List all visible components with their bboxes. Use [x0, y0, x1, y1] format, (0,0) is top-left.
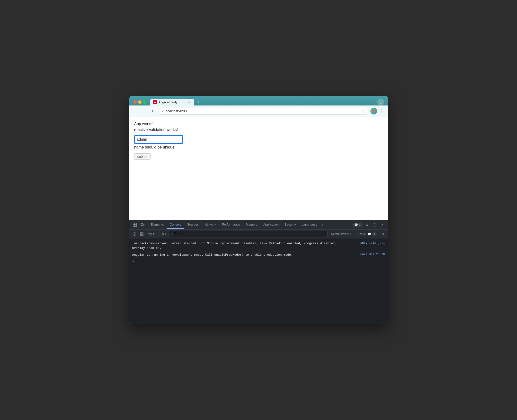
browser-menu-button[interactable]: ⋮: [379, 107, 385, 115]
devtools-settings-button[interactable]: ⚙: [364, 221, 370, 228]
console-eye-button[interactable]: [161, 231, 167, 237]
devtools-tab-network[interactable]: Network: [202, 221, 219, 229]
tab-close-button[interactable]: ×: [187, 100, 191, 104]
element-selector-icon[interactable]: [131, 221, 138, 228]
back-button[interactable]: ←: [132, 108, 139, 114]
console-log-item: [webpack-dev-server] Server started: Hot…: [129, 240, 388, 252]
devtools-right-controls: 💬 1 ⚙ ⋮ ×: [352, 221, 386, 228]
devtools-tab-sources[interactable]: Sources: [184, 221, 202, 229]
nav-right-controls: 🦊 ⋮: [370, 107, 385, 115]
console-log-source-1[interactable]: polyfills.js:1: [360, 241, 385, 245]
devtools-tab-bar: Elements Console Sources Network Perform…: [129, 220, 388, 230]
svg-rect-9: [142, 233, 143, 234]
svg-rect-3: [135, 225, 136, 227]
address-info-icon: ℹ: [162, 109, 163, 113]
console-caret: >: [132, 260, 134, 263]
name-input[interactable]: [134, 135, 183, 144]
console-toolbar-divider: [159, 232, 159, 236]
devtools-panel: Elements Console Sources Network Perform…: [129, 220, 388, 324]
svg-rect-1: [135, 223, 136, 225]
device-emulation-icon[interactable]: [139, 221, 146, 228]
console-context-dropdown[interactable]: top ▾: [146, 231, 157, 236]
devtools-close-button[interactable]: ×: [379, 221, 386, 228]
svg-rect-0: [133, 223, 134, 225]
issues-count-badge: 1: [372, 232, 376, 236]
reactive-validation-text: reactive-validation works!: [134, 128, 383, 132]
new-tab-button[interactable]: +: [195, 99, 202, 105]
submit-button[interactable]: submit: [134, 153, 151, 160]
navigation-bar: ← → ↻ ℹ localhost:4200 ☆ 🦊 ⋮: [129, 105, 388, 117]
devtools-more-options-button[interactable]: ⋮: [371, 221, 378, 228]
traffic-light-yellow[interactable]: [138, 100, 142, 104]
default-levels-label: Default levels: [331, 232, 348, 236]
page-content: App works! reactive-validation works! na…: [129, 117, 388, 220]
svg-rect-5: [143, 224, 144, 225]
console-context-dropdown-icon: ▾: [153, 232, 155, 236]
console-clear-button[interactable]: [131, 231, 138, 237]
tab-bar: A AngularStudy × +: [150, 99, 375, 105]
address-star-icon[interactable]: ☆: [362, 109, 365, 114]
svg-rect-8: [140, 233, 142, 234]
console-log-item: Angular is running in development mode. …: [129, 252, 388, 259]
browser-tab-active[interactable]: A AngularStudy ×: [150, 99, 194, 105]
tab-title: AngularStudy: [159, 100, 186, 104]
forward-button[interactable]: →: [141, 108, 148, 114]
console-settings-button[interactable]: ⚙: [380, 231, 386, 237]
devtools-tab-console[interactable]: Console: [167, 221, 184, 229]
devtools-issues-badge[interactable]: 💬 1: [352, 223, 363, 227]
svg-point-12: [162, 233, 166, 235]
console-filter-input[interactable]: [184, 232, 325, 236]
devtools-more-tabs-button[interactable]: »: [320, 221, 325, 228]
devtools-tab-elements[interactable]: Elements: [148, 221, 167, 229]
issues-label-text: 1 Issue:: [356, 232, 366, 236]
tabs-dropdown-button[interactable]: ⌄: [377, 99, 384, 105]
devtools-tab-performance[interactable]: Performance: [219, 221, 243, 229]
validation-error-text: name should be unique: [134, 145, 383, 149]
issues-chat-icon: 💬: [354, 223, 358, 227]
browser-window: A AngularStudy × + ⌄ ← → ↻ ℹ localhost:4…: [129, 96, 388, 324]
console-prompt-input[interactable]: [135, 260, 385, 263]
filter-icon: ▽: [171, 232, 173, 236]
svg-line-7: [133, 233, 136, 235]
console-log-source-2[interactable]: core.mjs:25520: [360, 253, 385, 256]
console-log-text-1: [webpack-dev-server] Server started: Hot…: [132, 241, 357, 251]
console-toolbar-right: Default levels ▾ 1 Issue: 💬 1 ⚙: [329, 231, 386, 237]
console-toolbar: top ▾ ▽ Filter Default levels: [129, 230, 388, 238]
devtools-left-icons: [131, 221, 146, 228]
browser-avatar[interactable]: 🦊: [370, 108, 377, 114]
reload-button[interactable]: ↻: [150, 108, 157, 114]
default-levels-arrow: ▾: [349, 232, 351, 236]
address-text: localhost:4200: [165, 109, 360, 113]
svg-rect-4: [141, 224, 143, 226]
devtools-tab-application[interactable]: Application: [260, 221, 282, 229]
console-output[interactable]: [webpack-dev-server] Server started: Hot…: [129, 238, 388, 324]
console-issues-badge[interactable]: 1 Issue: 💬 1: [354, 232, 378, 236]
devtools-tab-lighthouse[interactable]: Lighthouse: [299, 221, 320, 229]
traffic-light-red[interactable]: [133, 100, 137, 104]
devtools-tab-security[interactable]: Security: [282, 221, 299, 229]
address-bar[interactable]: ℹ localhost:4200 ☆: [159, 108, 368, 115]
default-levels-dropdown[interactable]: Default levels ▾: [329, 232, 353, 236]
console-toolbar-left: top ▾: [131, 231, 167, 237]
svg-point-13: [163, 234, 164, 235]
console-context-label: top: [148, 232, 152, 236]
title-bar-top: A AngularStudy × + ⌄: [133, 99, 384, 105]
issues-chat-icon-toolbar: 💬: [367, 232, 371, 236]
app-works-text: App works!: [134, 122, 383, 126]
console-prompt[interactable]: >: [129, 258, 388, 265]
svg-rect-2: [133, 225, 134, 227]
issues-count: 1: [359, 223, 361, 227]
traffic-lights: [133, 100, 146, 104]
title-bar: A AngularStudy × + ⌄: [129, 96, 388, 105]
console-toggle-button[interactable]: [139, 231, 145, 237]
tab-favicon: A: [153, 100, 157, 104]
svg-rect-11: [142, 234, 143, 236]
traffic-light-green[interactable]: [143, 100, 146, 104]
svg-rect-10: [140, 234, 142, 236]
filter-label: Filter: [174, 232, 183, 236]
devtools-tab-memory[interactable]: Memory: [243, 221, 260, 229]
console-log-text-2: Angular is running in development mode. …: [132, 253, 357, 257]
console-filter-area[interactable]: ▽ Filter: [169, 231, 328, 237]
